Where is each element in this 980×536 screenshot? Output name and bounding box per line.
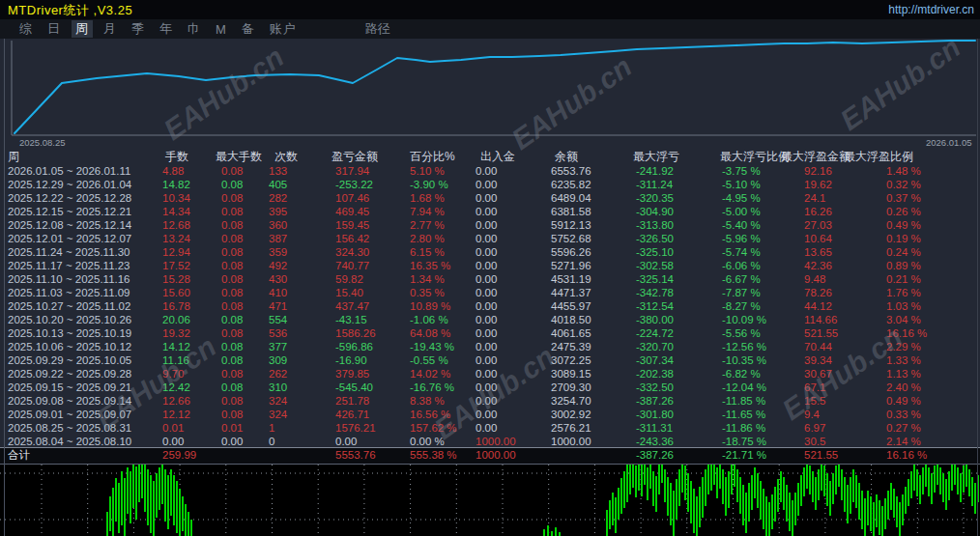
table-cell: 0.00 [476, 299, 497, 313]
table-cell: 27.03 [804, 218, 832, 232]
table-cell: 0.33 % [886, 408, 921, 421]
table-cell: 2025.08.25 ~ 2025.08.31 [8, 421, 131, 435]
table-cell: 44.12 [804, 299, 832, 313]
column-header: 最大浮盈比例 [844, 149, 913, 165]
table-cell: 59.82 [335, 272, 363, 286]
menu-item-7[interactable]: 巾 [184, 20, 205, 38]
table-cell: 359 [269, 245, 287, 259]
table-cell: 377 [269, 340, 287, 353]
table-row[interactable]: 2025.09.22 ~ 2025.09.289.700.08262379.85… [0, 367, 980, 381]
table-row[interactable]: 2025.09.29 ~ 2025.10.0511.160.08309-16.9… [0, 353, 980, 367]
table-cell: 1.76 % [886, 286, 921, 299]
table-row[interactable]: 2025.10.13 ~ 2025.10.1919.320.085361586.… [0, 326, 980, 340]
table-cell: 5912.13 [551, 218, 591, 232]
table-row[interactable]: 2025.12.22 ~ 2025.12.2810.340.08282107.4… [0, 191, 980, 205]
table-cell: 5752.68 [551, 232, 591, 245]
table-cell: 387 [269, 232, 287, 245]
table-cell: 8.38 % [410, 394, 445, 408]
table-row[interactable]: 2025.09.01 ~ 2025.09.0712.120.08324426.7… [0, 408, 980, 421]
menu-item-6[interactable]: 年 [156, 20, 177, 38]
table-cell: -16.90 [335, 353, 367, 367]
table-cell: 14.82 [162, 178, 190, 191]
table-cell: -6.06 % [722, 259, 761, 272]
table-cell: 282 [269, 191, 287, 205]
table-row[interactable]: 2025.10.20 ~ 2025.10.2620.060.08554-43.1… [0, 313, 980, 326]
table-cell: 67.1 [804, 381, 825, 394]
table-cell: 0.00 [476, 421, 497, 435]
table-cell: 6.15 % [410, 245, 445, 259]
column-header: 最大浮亏 [633, 149, 679, 165]
table-cell: -3.90 % [410, 178, 448, 191]
table-cell: -5.96 % [722, 232, 761, 245]
table-row[interactable]: 2025.12.29 ~ 2026.01.0414.820.08405-253.… [0, 178, 980, 191]
table-row[interactable]: 2025.12.01 ~ 2025.12.0713.240.08387156.4… [0, 232, 980, 245]
table-cell: 20.06 [162, 313, 190, 326]
menu-item-5[interactable]: 季 [128, 20, 149, 38]
column-header: 最大浮盈金额 [781, 149, 850, 165]
table-cell: 0.00 [476, 326, 497, 340]
table-cell: 30.5 [804, 435, 825, 448]
table-row[interactable]: 2025.11.24 ~ 2025.11.3012.940.08359324.3… [0, 245, 980, 259]
table-cell: 1.48 % [886, 164, 921, 178]
menu-item-1[interactable]: 综 [15, 20, 37, 38]
table-row[interactable]: 2025.12.15 ~ 2025.12.2114.340.08395469.4… [0, 205, 980, 218]
chart-start-date-label: 2025.08.25 [19, 137, 66, 148]
table-row[interactable]: 2025.11.03 ~ 2025.11.0915.600.0841015.40… [0, 286, 980, 299]
website-link[interactable]: http://mtdriver.cn [888, 3, 974, 16]
window-title: MTDriver统计 ,V3.25 [8, 2, 132, 19]
table-row[interactable]: 2025.12.08 ~ 2025.12.1412.680.08360159.4… [0, 218, 980, 232]
table-cell: 12.66 [162, 394, 190, 408]
table-row[interactable]: 2025.11.10 ~ 2025.11.1615.280.0843059.82… [0, 272, 980, 286]
table-cell: 16.26 [804, 205, 832, 218]
table-cell: -11.85 % [722, 394, 765, 408]
table-cell: -11.86 % [722, 421, 765, 435]
table-cell: 410 [269, 286, 287, 299]
menu-bar: 综日周月季年巾M备账户路径 [0, 19, 980, 39]
table-cell: 13.65 [804, 245, 832, 259]
menu-item-path[interactable]: 路径 [361, 20, 394, 38]
table-row[interactable]: 2025.08.25 ~ 2025.08.310.010.0111576.211… [0, 421, 980, 435]
table-row[interactable]: 2025.09.08 ~ 2025.09.1412.660.08324251.7… [0, 394, 980, 408]
table-row[interactable]: 2026.01.05 ~ 2026.01.114.880.08133317.94… [0, 164, 980, 178]
table-row[interactable]: 2025.11.17 ~ 2025.11.2317.520.08492740.7… [0, 259, 980, 272]
table-cell: 2025.11.24 ~ 2025.11.30 [8, 245, 130, 259]
table-cell: 156.42 [335, 232, 369, 245]
table-cell: -241.92 [636, 164, 674, 178]
candle-chart-svg [0, 465, 980, 536]
mtdriver-stats-window: MTDriver统计 ,V3.25 http://mtdriver.cn 综日周… [0, 0, 980, 536]
table-cell: 2025.11.10 ~ 2025.11.16 [8, 272, 130, 286]
menu-item-3[interactable]: 周 [72, 20, 93, 38]
table-cell: 0.01 [162, 421, 184, 435]
price-candle-chart [0, 465, 980, 536]
table-row[interactable]: 2025.10.27 ~ 2025.11.0216.780.08471437.4… [0, 299, 980, 313]
total-cell: -387.26 [636, 448, 674, 463]
menu-item-9[interactable]: 备 [238, 20, 259, 38]
table-cell: 0.08 [221, 353, 243, 367]
table-cell: 14.02 % [410, 367, 450, 381]
table-cell: 1.34 % [410, 272, 445, 286]
table-cell: 1.68 % [410, 191, 445, 205]
table-cell: -1.06 % [410, 313, 448, 326]
table-row[interactable]: 2025.08.04 ~ 2025.08.100.000.0000.000.00… [0, 435, 980, 448]
table-cell: 11.16 [162, 353, 189, 367]
menu-item-10[interactable]: 账户 [266, 20, 301, 38]
table-row[interactable]: 2025.10.06 ~ 2025.10.1214.120.08377-596.… [0, 340, 980, 353]
total-cell: -21.71 % [722, 448, 766, 463]
window-left-border [4, 39, 5, 536]
menu-item-2[interactable]: 日 [43, 20, 65, 38]
menu-item-8[interactable]: M [212, 22, 231, 37]
table-cell: 0.00 [476, 353, 497, 367]
table-cell: 0.49 % [886, 394, 921, 408]
table-cell: 0.00 [221, 435, 243, 448]
table-cell: 10.34 [162, 191, 190, 205]
menu-item-4[interactable]: 月 [100, 20, 121, 38]
table-cell: 1576.21 [335, 421, 376, 435]
table-cell: 12.42 [162, 381, 190, 394]
table-cell: 4531.19 [551, 272, 591, 286]
table-row[interactable]: 2025.09.15 ~ 2025.09.2112.420.08310-545.… [0, 381, 980, 394]
table-cell: 5.10 % [410, 164, 445, 178]
table-cell: 0.00 [476, 205, 497, 218]
table-cell: 15.40 [335, 286, 363, 299]
table-cell: -304.90 [636, 205, 674, 218]
column-header: 最大手数 [216, 149, 262, 165]
